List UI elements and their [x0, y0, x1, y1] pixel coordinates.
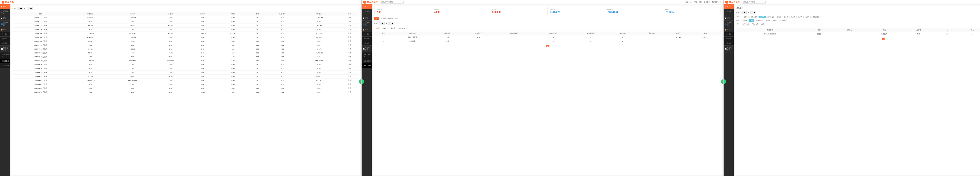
filter-pill[interactable]: 普通已通过 — [755, 19, 764, 22]
detail-button[interactable]: 详情 — [340, 51, 359, 55]
table-row[interactable]: 2017/06/26 09:08采购单体验账户草稿50.00...50详情 — [737, 32, 980, 36]
side-sub3[interactable]: 智慧商品 — [362, 41, 372, 46]
side-sub3[interactable]: 智慧商品 — [724, 41, 733, 46]
filter-pill[interactable]: 还入单 — [797, 16, 803, 18]
side-daily[interactable]: 今日实时数据 — [362, 52, 372, 59]
detail-button[interactable]: 详情 — [340, 32, 359, 35]
filter-pill[interactable]: 草稿 — [749, 19, 754, 22]
filter-pill[interactable]: 缘聚 — [760, 23, 765, 25]
detail-button[interactable]: 详情 — [340, 71, 359, 75]
home-icon: ◧ — [363, 6, 364, 8]
side-report[interactable]: 📊报告与分析 — [362, 46, 372, 52]
detail-button[interactable]: 详情 — [340, 82, 359, 86]
side-unit[interactable]: 👥往来单位 — [362, 21, 372, 27]
link-arrow[interactable]: ► — [358, 1, 360, 3]
link-msg[interactable]: 消息 — [694, 1, 697, 3]
side-sub2[interactable]: 经营报表 — [0, 36, 10, 41]
sales-table: 序号商品名称销售数量销售额(元)销售成本(元)销售毛利(元)销售毛利率销售笔数退… — [374, 32, 721, 43]
detail-button[interactable]: 详情 — [340, 90, 359, 94]
filter-pill[interactable]: 未审批 — [765, 19, 771, 22]
link-help[interactable]: 帮助 — [699, 1, 702, 3]
detail-button[interactable]: 详情 — [340, 67, 359, 71]
logo: 精花关单 — [2, 1, 14, 3]
time-from[interactable] — [17, 7, 23, 10]
side-fund[interactable]: ¥现金银行 — [0, 9, 10, 16]
side-goods[interactable]: 📦商品 — [362, 27, 372, 32]
filter-pill[interactable]: 盘点单 — [804, 16, 811, 18]
global-search[interactable] — [742, 1, 765, 3]
side-goods[interactable]: 📦商品 — [0, 27, 10, 32]
tab[interactable]: 详细数据 — [397, 27, 407, 30]
time-to[interactable] — [388, 22, 395, 25]
side-home[interactable]: ◧首页 — [362, 4, 372, 9]
detail-button[interactable]: 详情 — [340, 40, 359, 43]
detail-button[interactable]: 详情 — [340, 35, 359, 40]
filter-pill[interactable]: 借入单 — [783, 16, 789, 18]
side-sub2[interactable]: 经营报表 — [724, 36, 733, 41]
side-order[interactable]: 📋订单 — [362, 16, 372, 21]
side-daily[interactable]: 今日实时数据 — [0, 52, 10, 59]
detail-button[interactable]: 详情 — [340, 24, 359, 28]
tab[interactable]: 业务员 — [388, 27, 397, 30]
link-arrow[interactable]: ► — [720, 1, 722, 3]
filter-pill[interactable]: 成本调整单 — [811, 16, 821, 18]
global-search[interactable] — [380, 1, 404, 3]
filter-pill[interactable]: 产品1仓库 — [751, 23, 759, 25]
side-sub2[interactable]: 经营报表 — [362, 36, 372, 41]
detail-button[interactable]: 详情 — [340, 63, 359, 67]
time-from[interactable] — [379, 22, 385, 25]
detail-button[interactable]: 详情 — [340, 20, 359, 24]
time-from[interactable] — [741, 11, 746, 14]
time-to[interactable] — [27, 7, 33, 10]
pager[interactable]: < 1 > — [374, 45, 721, 48]
side-sub1[interactable]: 营业报表 — [0, 32, 10, 36]
side-sub1[interactable]: 营业报表 — [724, 32, 733, 36]
filter-pill[interactable]: 已完成 — [742, 19, 749, 22]
tab[interactable]: 商品 — [374, 27, 382, 30]
filter-pill[interactable]: 采购退货单 — [766, 16, 775, 18]
detail-button[interactable]: 详情 — [340, 79, 359, 82]
side-home[interactable]: ◧首页 — [0, 4, 10, 9]
side-home[interactable]: ◧首页 — [724, 4, 733, 9]
detail-button[interactable]: 详情 — [340, 55, 359, 59]
detail-button[interactable]: 详情 — [340, 28, 359, 32]
pager[interactable]: 1 — [737, 38, 980, 40]
side-sub3[interactable]: 智慧商品 — [0, 41, 10, 46]
search-icon[interactable]: 🔍 — [374, 17, 379, 20]
detail-button[interactable]: 详情 — [340, 75, 359, 79]
side-unit[interactable]: 👥往来单位 — [724, 21, 733, 27]
side-fund[interactable]: ¥现金银行 — [724, 9, 733, 16]
filter-pill[interactable]: 销售退货单 — [749, 16, 759, 18]
filter-pill[interactable]: 产品仓库 — [742, 23, 750, 25]
tab[interactable]: 客户 — [382, 27, 388, 30]
side-sale-sum[interactable]: 销售汇总表 — [0, 63, 10, 68]
link-acct[interactable]: 我的账户 — [712, 1, 718, 3]
time-to[interactable] — [751, 11, 756, 14]
side-report[interactable]: 📊报告与分析 — [0, 46, 10, 52]
side-fund[interactable]: ¥现金银行 — [362, 9, 372, 16]
edge-tab-right[interactable] — [359, 79, 361, 84]
detail-button[interactable]: 详情 — [340, 16, 359, 20]
side-goods[interactable]: 📦商品 — [724, 27, 733, 32]
side-sale-sum[interactable]: 销售汇总表 — [362, 63, 372, 68]
side-daily-sum[interactable]: 每日汇总表 — [362, 59, 372, 63]
filter-pill[interactable]: 采购单 — [759, 16, 765, 18]
link-report[interactable]: 报表中心 — [686, 1, 692, 3]
detail-button[interactable]: 详情 — [340, 43, 359, 47]
filter-pill[interactable]: 红冲单据 — [779, 19, 787, 22]
detail-button[interactable]: 详情 — [340, 47, 359, 51]
side-unit[interactable]: 👥往来单位 — [0, 21, 10, 27]
detail-button[interactable]: 详情 — [340, 59, 359, 63]
filter-pill[interactable]: 借出单 — [776, 16, 783, 18]
filter-pill[interactable]: 销售单 — [742, 16, 749, 18]
side-sub1[interactable]: 营业报表 — [362, 32, 372, 36]
filter-pill[interactable]: 已驳回 — [772, 19, 778, 22]
side-order[interactable]: 📋订单 — [0, 16, 10, 21]
side-daily-sum[interactable]: 每日汇总表 — [0, 59, 10, 63]
detail-button[interactable]: 详情 — [340, 86, 359, 90]
side-report[interactable]: 📊报告与分析 — [724, 46, 733, 52]
filter-pill[interactable]: 还出单 — [790, 16, 797, 18]
side-order[interactable]: 📋订单 — [724, 16, 733, 21]
link-print[interactable]: 切换版本 — [704, 1, 710, 3]
search-input[interactable] — [380, 17, 419, 20]
